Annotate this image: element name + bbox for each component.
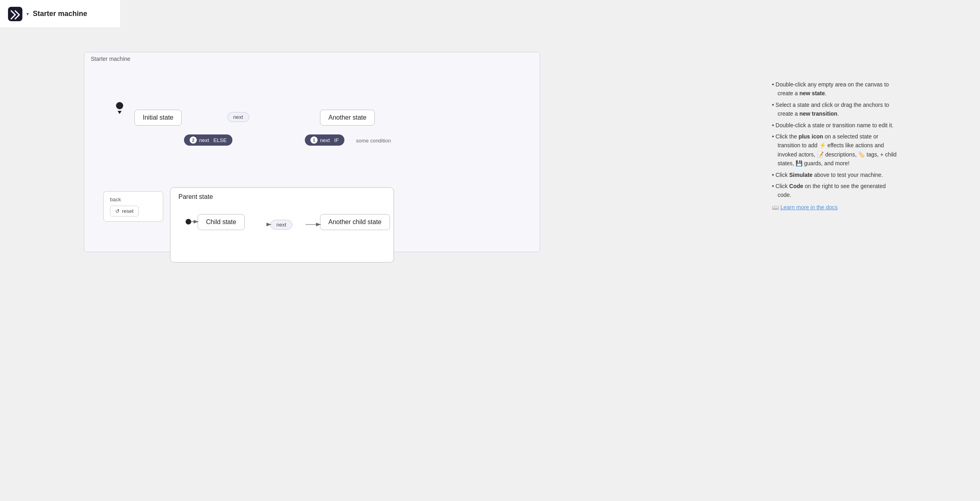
another-state-node[interactable]: Another state [320, 110, 375, 126]
back-label: back [110, 196, 156, 202]
another-child-state-label: Another child state [328, 218, 382, 225]
learn-more-text: Learn more in the docs [780, 204, 838, 210]
reset-icon: ↺ [115, 208, 120, 214]
guard-else-badge: 2 [190, 136, 197, 144]
initial-state-label: Initial state [143, 114, 173, 121]
info-panel: Double-click any empty area on the canva… [772, 80, 900, 212]
another-state-label: Another state [328, 114, 366, 121]
next-main-label: next [233, 114, 243, 120]
info-list: Double-click any empty area on the canva… [772, 80, 900, 200]
guard-if-badge: 1 [310, 136, 318, 144]
reset-button[interactable]: ↺ reset [110, 206, 139, 216]
learn-more-link[interactable]: Learn more in the docs [780, 204, 838, 210]
another-child-state-node[interactable]: Another child state [320, 214, 390, 230]
child-state-node[interactable]: Child state [198, 214, 245, 230]
info-item-2: Select a state and click or drag the anc… [772, 100, 900, 118]
next-transition-main[interactable]: next [227, 112, 249, 122]
xstate-logo [8, 7, 22, 21]
header: ▾ Starter machine [0, 0, 120, 28]
learn-more-line: 📖 Learn more in the docs [772, 203, 900, 212]
guard-if-pill[interactable]: 1 next IF [305, 134, 344, 146]
info-item-4: Click the plus icon on a selected state … [772, 132, 900, 168]
condition-text: some condition [356, 138, 391, 144]
info-item-6: Click Code on the right to see the gener… [772, 182, 900, 200]
guard-if-label: next IF [320, 137, 339, 143]
reset-label: reset [122, 208, 134, 214]
machine-label: Starter machine [91, 56, 130, 62]
learn-more-emoji: 📖 [772, 204, 780, 210]
parent-state-label: Parent state [178, 193, 213, 200]
condition-label: some condition [356, 138, 391, 144]
canvas[interactable]: Starter machine Initial state next Anoth… [0, 0, 980, 501]
info-item-5: Click Simulate above to test your machin… [772, 170, 900, 179]
initial-state-node[interactable]: Initial state [134, 110, 182, 126]
guard-else-pill[interactable]: 2 next ELSE [184, 134, 232, 146]
child-state-label: Child state [206, 218, 236, 225]
info-item-3: Double-click a state or transition name … [772, 121, 900, 130]
next-child-label: next [276, 222, 286, 228]
info-item-1: Double-click any empty area on the canva… [772, 80, 900, 98]
initial-state-dot [116, 102, 123, 109]
back-box: back ↺ reset [103, 191, 163, 222]
chevron-down-icon[interactable]: ▾ [26, 11, 29, 17]
guard-else-label: next ELSE [199, 137, 227, 143]
header-title: Starter machine [33, 10, 87, 18]
parent-state-node[interactable]: Parent state Child state next Another ch… [170, 187, 394, 263]
next-transition-child[interactable]: next [270, 220, 292, 230]
